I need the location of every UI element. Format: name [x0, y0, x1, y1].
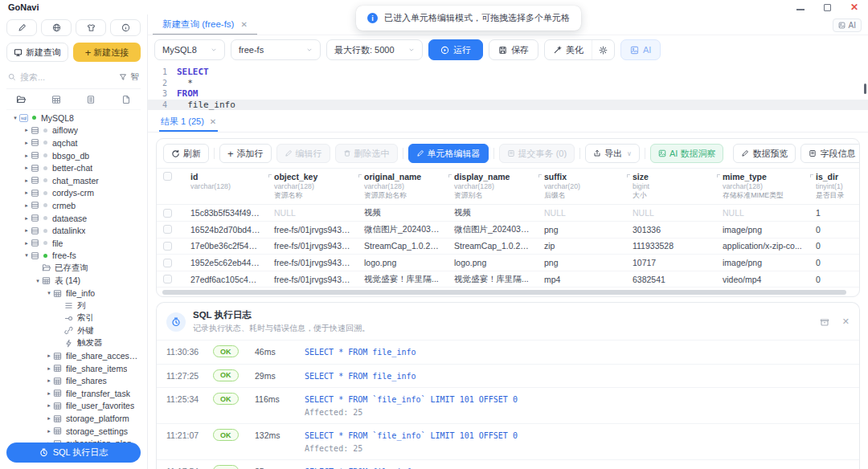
table-cell[interactable]: zip: [538, 238, 626, 255]
tree-expander-icon[interactable]: ▸: [23, 215, 31, 222]
tree-expander-icon[interactable]: ▸: [23, 140, 31, 146]
tshirt-icon[interactable]: [76, 19, 106, 36]
tree-item[interactable]: ▸cordys-crm: [6, 187, 141, 200]
tree-item[interactable]: 列: [6, 300, 141, 312]
table-cell[interactable]: StreamCap_1.0.2_2_...: [448, 238, 538, 255]
file-plus-tab-icon[interactable]: [121, 95, 131, 104]
connection-select[interactable]: MySQL8: [154, 39, 225, 60]
table-cell[interactable]: 10717: [626, 255, 716, 271]
table-cell[interactable]: NULL: [626, 205, 716, 222]
smart-filter-label[interactable]: 智: [131, 71, 140, 83]
tree-expander-icon[interactable]: ▸: [23, 227, 31, 234]
tree-item[interactable]: ▸bbsgo_db: [6, 149, 141, 162]
column-header[interactable]: mime_typevarchar(128)存储标准MIME类型: [716, 169, 809, 205]
tree-item[interactable]: ▸file_share_items: [6, 362, 141, 375]
column-resize-handle[interactable]: [810, 174, 813, 177]
tree-item[interactable]: ▸file_shares: [6, 374, 141, 387]
table-tab-icon[interactable]: [51, 95, 61, 104]
table-row[interactable]: 15c83b5f534f49e4b...NULL视频视频NULLNULLNULL…: [157, 205, 859, 222]
row-checkbox[interactable]: [163, 259, 172, 267]
tree-item[interactable]: 触发器: [6, 337, 141, 350]
table-row[interactable]: 1952e5c62eb44ce8...free-fs/01jrvgs943q..…: [157, 255, 859, 271]
table-cell[interactable]: StreamCap_1.0.2_2_...: [358, 238, 448, 255]
tree-item[interactable]: ▸dataease: [6, 212, 141, 225]
field-info-button[interactable]: 字段信息: [800, 144, 860, 163]
add-row-button[interactable]: + 添加行: [219, 144, 272, 163]
select-all-checkbox[interactable]: [163, 172, 172, 181]
table-cell[interactable]: 15c83b5f534f49e4b...: [184, 205, 268, 222]
table-cell[interactable]: 视觉盛宴！库里隔...: [448, 271, 538, 288]
tree-expander-icon[interactable]: ▸: [45, 365, 53, 372]
new-connection-button[interactable]: + 新建连接: [73, 43, 141, 62]
table-cell[interactable]: logo.png: [358, 255, 448, 271]
table-cell[interactable]: 微信图片_20240326...: [358, 222, 448, 239]
tree-expander-icon[interactable]: ▸: [45, 402, 53, 409]
table-cell[interactable]: 0: [809, 271, 859, 288]
table-cell[interactable]: 301336: [626, 222, 716, 239]
close-icon[interactable]: ✕: [210, 117, 216, 126]
maximize-icon[interactable]: [824, 4, 831, 11]
ai-badge[interactable]: AI: [833, 18, 862, 32]
table-cell[interactable]: image/png: [716, 255, 809, 271]
table-cell[interactable]: logo.png: [448, 255, 538, 271]
column-header[interactable]: sizebigint大小: [626, 169, 716, 205]
log-entry[interactable]: 11:21:07OK132msSELECT * FROM `file_info`…: [157, 423, 859, 459]
tree-item[interactable]: ▸chat_master: [6, 174, 141, 187]
close-icon[interactable]: ✕: [240, 20, 247, 29]
tree-item[interactable]: ▸crmeb: [6, 199, 141, 212]
editor-scrollbar[interactable]: [864, 84, 866, 94]
table-cell[interactable]: 微信图片_20240326...: [448, 222, 538, 239]
tree-item[interactable]: ▾file_info: [6, 287, 141, 300]
column-header[interactable]: idvarchar(128): [184, 169, 268, 205]
table-cell[interactable]: NULL: [268, 205, 358, 222]
tree-item[interactable]: ▸storage_platform: [6, 412, 141, 425]
tree-item[interactable]: 索引: [6, 312, 141, 325]
pen-icon[interactable]: [6, 19, 37, 36]
tree-expander-icon[interactable]: ▸: [23, 177, 31, 184]
table-cell[interactable]: 0: [809, 238, 859, 255]
editor-line[interactable]: 4 file_info: [148, 100, 868, 111]
log-entry[interactable]: 11:30:36OK46msSELECT * FROM file_info: [157, 340, 859, 364]
tree-expander-icon[interactable]: ▸: [45, 415, 53, 422]
refresh-button[interactable]: 刷新: [163, 144, 209, 163]
database-select[interactable]: free-fs: [231, 39, 321, 60]
table-row[interactable]: 17e0be36c2f541ce9...free-fs/01jrvgs943q.…: [157, 238, 859, 255]
tree-expander-icon[interactable]: ▾: [23, 252, 31, 259]
table-row[interactable]: 16524b2d70bd4527...free-fs/01jrvgs943q..…: [157, 222, 859, 239]
delete-selected-button[interactable]: 删除选中: [335, 144, 398, 163]
ai-insight-button[interactable]: AI 数据洞察: [650, 144, 723, 163]
tree-expander-icon[interactable]: ▸: [23, 153, 31, 159]
log-entry[interactable]: 11:25:34OK116msSELECT * FROM `file_info`…: [157, 387, 859, 423]
tree-item[interactable]: ▸aiflowy: [6, 124, 141, 137]
table-cell[interactable]: 0: [809, 222, 859, 239]
table-cell[interactable]: 1: [809, 205, 859, 222]
editor-line[interactable]: 2 *: [148, 78, 868, 89]
tree-item[interactable]: 已存查询: [6, 262, 141, 275]
editor-line[interactable]: 3FROM: [148, 88, 868, 100]
tree-expander-icon[interactable]: ▸: [45, 353, 53, 359]
column-header[interactable]: suffixvarchar(20)后缀名: [538, 169, 626, 205]
horizontal-scrollbar[interactable]: [162, 290, 846, 295]
search-input[interactable]: 搜索... 智: [6, 69, 141, 85]
sql-editor[interactable]: 1SELECT2 *3FROM4 file_info: [148, 64, 868, 112]
table-cell[interactable]: free-fs/01jrvgs943q...: [268, 255, 358, 271]
table-cell[interactable]: 视觉盛宴！库里隔...: [358, 271, 448, 288]
data-preview-button[interactable]: 数据预览: [733, 144, 796, 163]
column-header[interactable]: display_namevarchar(128)资源别名: [448, 169, 538, 205]
tree-expander-icon[interactable]: ▾: [34, 278, 42, 284]
globe-icon[interactable]: [41, 19, 72, 36]
column-resize-handle[interactable]: [627, 174, 630, 177]
run-button[interactable]: 运行: [428, 39, 483, 60]
minimize-icon[interactable]: [796, 9, 805, 10]
edit-row-button[interactable]: 编辑行: [276, 144, 330, 163]
column-resize-handle[interactable]: [268, 174, 272, 177]
tree-item[interactable]: ▾free-fs: [6, 250, 141, 263]
tree-item[interactable]: ▸aqchat: [6, 137, 141, 149]
tree-expander-icon[interactable]: ▸: [23, 202, 31, 209]
list-tab-icon[interactable]: [86, 95, 96, 104]
tree-expander-icon[interactable]: ▸: [23, 190, 31, 196]
log-entry[interactable]: 11:17:54OK35msSELECT * FROM file_info: [157, 459, 859, 469]
table-cell[interactable]: 1952e5c62eb44ce8...: [184, 255, 268, 271]
results-tab[interactable]: 结果 1 (25) ✕: [159, 112, 218, 132]
table-cell[interactable]: 6382541: [626, 271, 716, 288]
